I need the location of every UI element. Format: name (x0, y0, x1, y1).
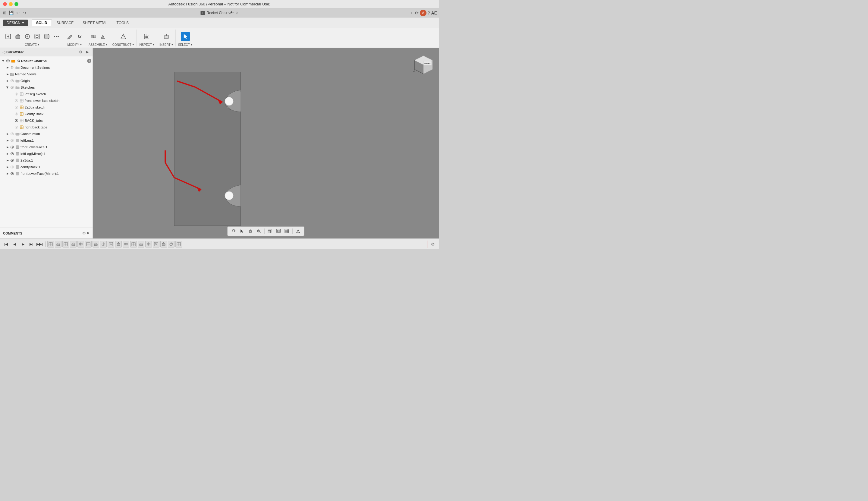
tl-step-3[interactable] (62, 241, 69, 247)
lls-eye[interactable] (14, 92, 19, 96)
close-button[interactable] (3, 2, 7, 6)
tree-origin[interactable]: ▶ Origin (0, 77, 93, 84)
bt-label[interactable]: BACK_tabs (25, 119, 91, 122)
select-label[interactable]: SELECT▼ (178, 43, 193, 46)
fx-icon[interactable]: fx (75, 32, 84, 41)
sketches-eye[interactable] (10, 85, 14, 90)
flfm1-label[interactable]: frontLowerFace(Mirror):1 (21, 172, 91, 175)
2a3da-eye[interactable] (14, 105, 19, 110)
cb1-label[interactable]: comfyBack:1 (21, 165, 91, 169)
file-tab-close[interactable]: ✕ (236, 11, 238, 15)
flfs-label[interactable]: front lower face sketch (25, 99, 91, 103)
tl-settings-icon[interactable]: ⚙ (429, 241, 437, 248)
tree-leftleg1[interactable]: ▶ leftLeg:1 (0, 137, 93, 144)
root-eye[interactable] (6, 58, 10, 63)
tl-play-icon[interactable]: ▶ (19, 241, 26, 248)
vp-view-cube-icon[interactable] (266, 227, 274, 235)
tab-sheet-metal[interactable]: SHEET METAL (78, 20, 111, 26)
tl-step-10[interactable] (115, 241, 122, 247)
cb-eye[interactable] (14, 111, 19, 116)
tl-step-14[interactable] (145, 241, 152, 247)
insert-label[interactable]: INSERT▼ (159, 43, 173, 46)
construct-label[interactable]: CONSTRUCT▼ (112, 43, 135, 46)
browser-expand-icon[interactable]: ▶ (85, 50, 90, 55)
flfm1-eye[interactable] (10, 171, 14, 176)
tree-document-settings[interactable]: ▶ ⚙ Document Settings (0, 64, 93, 71)
2a3da1-label[interactable]: 2a3da:1 (21, 159, 91, 162)
undo-icon[interactable]: ↩ (15, 10, 21, 16)
rbt-eye[interactable] (14, 125, 19, 130)
tl-step-17[interactable] (168, 241, 174, 247)
file-tab-name[interactable]: Rocket Chair v6* (206, 11, 234, 15)
tl-prev-icon[interactable]: ◀ (11, 241, 18, 248)
construction-eye[interactable] (10, 131, 14, 136)
tree-flf-mirror1[interactable]: ▶ frontLowerFace(Mirror):1 (0, 170, 93, 177)
assemble2-icon[interactable] (98, 32, 108, 41)
redo-icon[interactable]: ↪ (22, 10, 27, 16)
tree-root[interactable]: ▶ ⚙ Rocket Chair v6 ● (0, 57, 93, 64)
bt-eye[interactable] (14, 118, 19, 123)
tl-step-15[interactable] (153, 241, 159, 247)
nav-cube[interactable]: RIGHT Z (410, 53, 434, 77)
2a3da-label[interactable]: 2a3da sketch (25, 106, 91, 109)
tl-step-2[interactable] (55, 241, 62, 247)
browser-settings-icon[interactable]: ⚙ (78, 50, 84, 55)
grid-icon[interactable]: ⊞ (2, 10, 7, 16)
vp-magnet-icon[interactable] (230, 227, 237, 235)
assemble-label[interactable]: ASSEMBLE▼ (89, 43, 108, 46)
tl-step-18[interactable] (175, 241, 182, 247)
construct-icon[interactable] (119, 32, 128, 41)
tl-step-11[interactable] (123, 241, 129, 247)
tl-step-5[interactable] (77, 241, 84, 247)
named-views-label[interactable]: Named Views (15, 72, 91, 76)
tree-front-lower-face-sketch[interactable]: ▶ front lower face sketch (0, 97, 93, 104)
cb1-eye[interactable] (10, 164, 14, 169)
create-hole-icon[interactable] (33, 32, 42, 41)
minimize-button[interactable] (9, 2, 13, 6)
cb-label[interactable]: Comfy Back (25, 112, 91, 116)
comments-settings-icon[interactable]: ⚙ (82, 231, 86, 235)
browser-back-icon[interactable]: ◁ (2, 50, 5, 54)
vp-cursor-icon[interactable] (238, 227, 246, 235)
tree-left-leg-sketch[interactable]: ▶ left leg sketch (0, 91, 93, 97)
vp-more-icon[interactable] (294, 227, 302, 235)
tree-2a3da-sketch[interactable]: ▶ 2a3da sketch (0, 104, 93, 111)
tl-step-1[interactable] (47, 241, 54, 247)
modify-label[interactable]: MODIFY▼ (67, 43, 82, 46)
tree-leftleg-mirror1[interactable]: ▶ leftLeg(Mirror):1 (0, 150, 93, 157)
flf1-eye[interactable] (10, 145, 14, 150)
tl-step-8[interactable] (100, 241, 107, 247)
tl-first-icon[interactable]: |◀ (2, 241, 10, 248)
vp-display-icon[interactable] (275, 227, 282, 235)
vp-orbit-icon[interactable] (247, 227, 254, 235)
2a3da1-eye[interactable] (10, 158, 14, 163)
lls-label[interactable]: left leg sketch (25, 92, 91, 96)
sketches-label[interactable]: Sketches (21, 86, 91, 89)
tree-frontlowerface1[interactable]: ▶ frontLowerFace:1 (0, 144, 93, 150)
create-new-body-icon[interactable] (4, 32, 13, 41)
flf1-label[interactable]: frontLowerFace:1 (21, 145, 91, 149)
save-icon[interactable]: 💾 (9, 10, 14, 16)
create-label[interactable]: CREATE▼ (25, 43, 40, 46)
root-label[interactable]: Rocket Chair v6 (21, 59, 87, 63)
create-revolve-icon[interactable] (23, 32, 32, 41)
inspect-icon[interactable] (142, 32, 151, 41)
help-icon[interactable]: ? (428, 11, 430, 15)
tl-step-4[interactable] (70, 241, 77, 247)
tl-step-13[interactable] (138, 241, 144, 247)
tl-next-icon[interactable]: ▶| (28, 241, 35, 248)
origin-label[interactable]: Origin (21, 79, 91, 83)
origin-eye[interactable] (10, 78, 14, 83)
vp-zoom-icon[interactable] (255, 227, 262, 235)
create-extrude-icon[interactable] (13, 32, 22, 41)
comments-expand-icon[interactable]: ▶ (87, 231, 89, 235)
tl-step-9[interactable] (108, 241, 114, 247)
tl-step-7[interactable] (93, 241, 99, 247)
tree-right-back-tabs[interactable]: ▶ right back tabs (0, 124, 93, 130)
tree-back-tabs[interactable]: ▶ BACK_tabs (0, 117, 93, 124)
tree-comfy-back[interactable]: ▶ Comfy Back (0, 111, 93, 117)
inspect-label[interactable]: INSPECT▼ (139, 43, 155, 46)
create-more-icon[interactable] (52, 32, 61, 41)
rbt-label[interactable]: right back tabs (25, 125, 91, 129)
tl-last-icon[interactable]: ▶▶| (36, 241, 43, 248)
